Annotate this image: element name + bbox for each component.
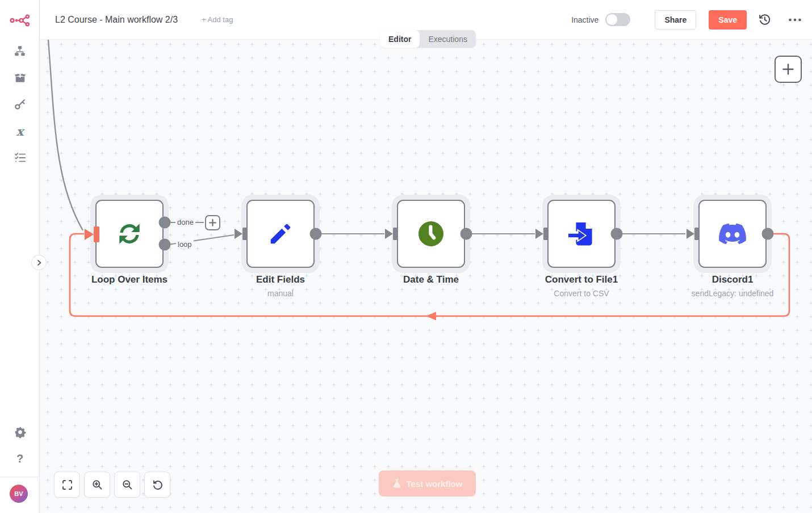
tab-executions[interactable]: Executions [420,30,475,48]
node-subtitle: manual [267,289,294,298]
sidebar-expand-button[interactable] [31,255,47,270]
test-workflow-button[interactable]: Test workflow [379,470,476,497]
variables-x-icon: x [16,125,24,137]
loopback-arrow [426,312,436,321]
node-edit-fields[interactable]: Edit Fields manual [246,200,315,268]
sidebar-item-executions[interactable] [0,148,40,167]
sidebar-item-workflows[interactable] [0,41,40,61]
flask-icon [392,478,401,489]
sidebar-item-help[interactable]: ? [0,449,40,468]
zoom-out-icon [122,479,133,491]
reset-zoom-button[interactable] [144,472,170,498]
reset-zoom-icon [152,479,164,491]
node-title: Loop Over Items [91,274,168,285]
clock-icon [417,220,445,247]
node-title: Date & Time [403,274,459,285]
executions-checklist-icon [14,152,27,164]
zoom-in-button[interactable] [84,472,110,498]
wire-trigger [48,40,83,230]
workflow-history-button[interactable] [758,13,771,26]
node-title: Edit Fields [256,274,305,285]
canvas-zoom-controls [54,472,170,498]
output-label-loop: loop [176,240,194,249]
node-box[interactable] [95,200,164,268]
node-subtitle: Convert to CSV [554,289,609,298]
save-button[interactable]: Save [709,10,747,30]
zoom-in-icon [91,479,103,491]
zoom-to-fit-button[interactable] [54,472,80,498]
gear-icon [14,426,26,438]
node-convert-to-file[interactable]: Convert to File1 Convert to CSV [547,200,616,268]
more-options-button[interactable] [788,18,802,22]
node-title: Convert to File1 [545,274,618,285]
workflows-sitemap-icon [14,45,26,57]
view-tabs: Editor Executions [380,30,476,48]
node-box[interactable] [246,200,315,268]
node-date-time[interactable]: Date & Time [397,200,465,268]
zoom-out-button[interactable] [114,472,140,498]
sidebar-item-settings[interactable] [0,422,40,441]
add-tag-button[interactable]: + Add tag [202,15,233,24]
node-box[interactable] [547,200,616,268]
n8n-logo[interactable] [0,10,40,29]
templates-box-icon [14,72,27,84]
history-icon [758,13,771,26]
pencil-icon [267,221,294,247]
node-discord[interactable]: Discord1 sendLegacy: undefined [698,200,767,268]
loop-sync-icon [115,220,144,248]
help-question-icon: ? [16,452,23,465]
user-avatar[interactable]: BV [10,485,28,503]
fit-view-icon [61,479,73,491]
workflow-status-label: Inactive [571,15,598,24]
active-toggle[interactable] [605,13,630,26]
share-button[interactable]: Share [655,10,696,30]
test-workflow-label: Test workflow [407,479,463,489]
workflow-title[interactable]: L2 Course - Main workflow 2/3 [55,15,178,25]
output-label-done: done [175,218,195,226]
plus-icon [208,218,217,227]
node-loop-over-items[interactable]: Loop Over Items [95,200,164,268]
ellipsis-icon [788,18,802,22]
discord-icon [718,222,747,246]
sidebar-item-credentials[interactable] [0,95,40,114]
add-node-button[interactable] [775,56,802,83]
plus-icon [782,63,794,75]
sidebar-item-variables[interactable]: x [0,121,40,141]
input-arrow-loop-node [85,229,94,240]
tab-editor[interactable]: Editor [380,30,420,48]
chevron-right-icon [36,259,43,266]
add-node-after-done-button[interactable] [205,215,220,230]
node-subtitle: sendLegacy: undefined [692,289,774,298]
n8n-logo-icon [10,11,30,28]
sidebar-divider [0,477,39,477]
node-box[interactable] [397,200,465,268]
node-title: Discord1 [712,274,754,285]
sidebar-item-templates[interactable] [0,68,40,87]
toggle-knob [606,14,617,25]
file-import-icon [568,220,595,247]
node-box[interactable] [698,200,767,268]
credentials-key-icon [14,98,26,111]
workflow-canvas[interactable]: Loop Over Items Edit Fields manual Date … [40,40,812,513]
header-actions: Inactive Share Save [571,10,802,30]
